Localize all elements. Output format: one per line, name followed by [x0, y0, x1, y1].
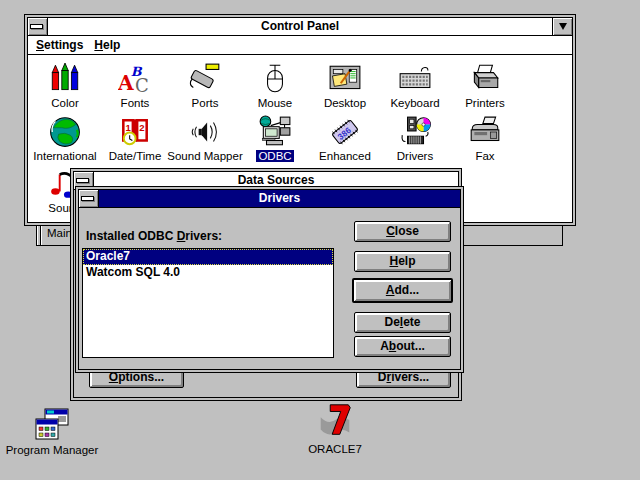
delete-button[interactable]: Delete	[354, 312, 451, 333]
mouse-icon	[258, 62, 292, 96]
driver-list-item[interactable]: Oracle7	[83, 249, 333, 265]
drivers-titlebar[interactable]: Drivers	[79, 190, 460, 208]
cp-applet-label: Fonts	[121, 97, 150, 109]
cp-icon-row: ColorABCFontsPortsMouseDesktopKeyboardPr…	[30, 62, 520, 109]
drivers-dialog: Drivers Installed ODBC Drivers: Oracle7W…	[75, 186, 464, 373]
installed-drivers-label: Installed ODBC Drivers:	[86, 229, 222, 243]
cp-applet-international[interactable]: International	[30, 115, 100, 162]
cp-applet-keyboard[interactable]: Keyboard	[380, 62, 450, 109]
cp-applet-label: Enhanced	[319, 150, 371, 162]
ports-icon	[188, 62, 222, 96]
fax-icon	[468, 115, 502, 149]
dialog-title: Drivers	[99, 190, 460, 207]
cp-applet-enhanced[interactable]: 386Enhanced	[310, 115, 380, 162]
cp-applet-date-time[interactable]: 12Date/Time	[100, 115, 170, 162]
cp-applet-ports[interactable]: Ports	[170, 62, 240, 109]
cp-applet-label: Mouse	[258, 97, 293, 109]
oracle7-desktop-icon[interactable]: ORACLE7	[297, 401, 373, 455]
control-menu-dash	[30, 24, 43, 29]
cp-applet-label: Ports	[192, 97, 219, 109]
help-button[interactable]: Help	[354, 251, 451, 272]
cp-applet-label: International	[33, 150, 96, 162]
control-menu-icon[interactable]	[79, 190, 99, 207]
cp-applet-drivers[interactable]: Drivers	[380, 115, 450, 162]
cp-applet-label: Printers	[465, 97, 505, 109]
cp-applet-label: Desktop	[324, 97, 366, 109]
cp-applet-fax[interactable]: Fax	[450, 115, 520, 162]
about-button[interactable]: About...	[354, 336, 451, 357]
keyboard-icon	[398, 62, 432, 96]
svg-text:1: 1	[125, 122, 131, 133]
program-manager-icon	[33, 406, 71, 442]
desktop-icon-label: ORACLE7	[308, 443, 362, 455]
cp-applet-mouse[interactable]: Mouse	[240, 62, 310, 109]
add-button[interactable]: Add...	[352, 278, 453, 303]
printers-icon	[468, 62, 502, 96]
cp-applet-label: Fax	[475, 150, 494, 162]
cp-applet-odbc[interactable]: ODBC	[240, 115, 310, 162]
international-icon	[48, 115, 82, 149]
driverscp-icon	[398, 115, 432, 149]
soundmapper-icon	[188, 115, 222, 149]
cp-applet-fonts[interactable]: ABCFonts	[100, 62, 170, 109]
fonts-icon: ABC	[118, 62, 152, 96]
cp-applet-label: ODBC	[256, 150, 293, 162]
cp-applet-label: Keyboard	[390, 97, 439, 109]
program-manager-desktop-icon[interactable]: Program Manager	[4, 406, 100, 456]
cp-applet-sound-mapper[interactable]: Sound Mapper	[170, 115, 240, 162]
minimize-button[interactable]	[552, 18, 572, 35]
enhanced-icon: 386	[328, 115, 362, 149]
oracle7-icon	[313, 401, 357, 441]
control-menu-dash	[76, 178, 89, 183]
desktop-icon	[328, 62, 362, 96]
cp-applet-desktop[interactable]: Desktop	[310, 62, 380, 109]
cp-applet-label: Sound Mapper	[167, 150, 242, 162]
window-title: Control Panel	[48, 18, 552, 35]
cp-applet-label: Date/Time	[109, 150, 162, 162]
color-icon	[48, 62, 82, 96]
control-panel-titlebar[interactable]: Control Panel	[28, 18, 572, 36]
datetime-icon: 12	[118, 115, 152, 149]
drivers-listbox[interactable]: Oracle7Watcom SQL 4.0	[82, 248, 334, 358]
menu-settings[interactable]: Settings	[34, 37, 92, 53]
svg-text:2: 2	[139, 122, 144, 133]
control-menu-icon[interactable]	[28, 18, 48, 35]
cp-icon-row: International12Date/TimeSound MapperODBC…	[30, 115, 520, 162]
cp-applet-printers[interactable]: Printers	[450, 62, 520, 109]
cp-applet-label: Color	[51, 97, 78, 109]
menu-bar: Settings Help	[28, 36, 572, 55]
menu-help[interactable]: Help	[92, 37, 129, 53]
odbc-icon	[258, 115, 292, 149]
driver-list-item[interactable]: Watcom SQL 4.0	[83, 265, 333, 281]
desktop-icon-label: Program Manager	[6, 444, 99, 456]
control-menu-dash	[81, 196, 94, 201]
cp-applet-label: Drivers	[397, 150, 433, 162]
close-button[interactable]: Close	[354, 221, 451, 242]
cp-applet-color[interactable]: Color	[30, 62, 100, 109]
minimize-arrow-icon	[559, 23, 567, 30]
svg-text:C: C	[135, 75, 149, 96]
